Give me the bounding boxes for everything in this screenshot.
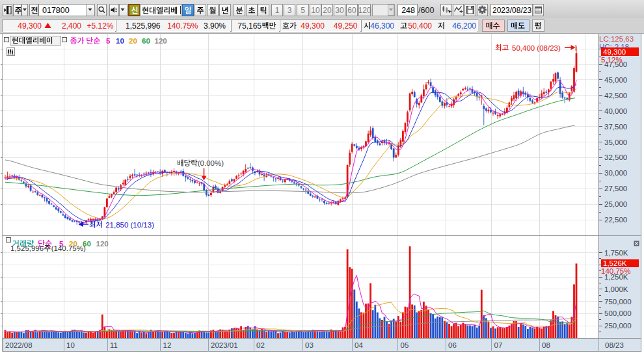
svg-text:46,300: 46,300 bbox=[370, 21, 394, 31]
svg-text:750,000: 750,000 bbox=[604, 298, 632, 306]
svg-text:+5.12%: +5.12% bbox=[87, 21, 113, 31]
svg-text:46,200: 46,200 bbox=[452, 21, 476, 31]
svg-text:5: 5 bbox=[301, 6, 305, 15]
svg-text:05: 05 bbox=[401, 341, 409, 349]
svg-text:5: 5 bbox=[106, 37, 111, 45]
svg-text:04: 04 bbox=[355, 341, 363, 349]
svg-text:10: 10 bbox=[116, 37, 124, 45]
svg-text:37,500: 37,500 bbox=[604, 123, 627, 131]
svg-text:02: 02 bbox=[256, 341, 265, 349]
svg-text:27,500: 27,500 bbox=[604, 185, 627, 192]
svg-text:017800: 017800 bbox=[42, 6, 70, 15]
svg-text:3.90%: 3.90% bbox=[204, 21, 226, 31]
svg-text:10: 10 bbox=[66, 341, 75, 349]
svg-text:12: 12 bbox=[163, 341, 172, 349]
svg-text:60: 60 bbox=[347, 6, 356, 15]
svg-text:21,850 (10/13): 21,850 (10/13) bbox=[105, 221, 154, 229]
svg-text:49,300: 49,300 bbox=[301, 21, 325, 31]
svg-text:/600: /600 bbox=[418, 6, 434, 15]
svg-text:45,000: 45,000 bbox=[604, 76, 627, 84]
svg-text:1,000K: 1,000K bbox=[604, 285, 628, 293]
svg-text:1,525,996: 1,525,996 bbox=[126, 21, 161, 31]
svg-text:LC:125,63: LC:125,63 bbox=[599, 35, 634, 43]
svg-text:07: 07 bbox=[494, 341, 503, 349]
svg-text:20: 20 bbox=[323, 6, 332, 15]
svg-text:140.75%: 140.75% bbox=[167, 21, 198, 31]
svg-text:120: 120 bbox=[96, 240, 109, 248]
svg-text:06: 06 bbox=[448, 341, 457, 349]
svg-text:49,300: 49,300 bbox=[603, 48, 626, 56]
svg-text:1,526K: 1,526K bbox=[603, 259, 627, 267]
svg-text:32,500: 32,500 bbox=[604, 153, 627, 161]
svg-text:1: 1 bbox=[275, 6, 280, 15]
svg-text:35,000: 35,000 bbox=[604, 138, 627, 146]
svg-text:11: 11 bbox=[110, 341, 118, 349]
svg-text:20: 20 bbox=[129, 37, 137, 45]
svg-text:5,12%: 5,12% bbox=[601, 56, 623, 64]
svg-text:08/23: 08/23 bbox=[605, 341, 624, 349]
svg-text:1,525,996: 1,525,996 bbox=[10, 244, 44, 252]
svg-text:10: 10 bbox=[311, 6, 320, 15]
svg-text:08: 08 bbox=[542, 341, 550, 349]
svg-text:40,000: 40,000 bbox=[604, 107, 627, 115]
svg-text:248: 248 bbox=[401, 6, 415, 15]
svg-text:3: 3 bbox=[288, 6, 292, 15]
svg-text:(140.75%): (140.75%) bbox=[51, 244, 86, 252]
svg-text:25,000: 25,000 bbox=[604, 200, 627, 208]
svg-text:22,500: 22,500 bbox=[604, 216, 627, 224]
svg-text:120: 120 bbox=[155, 37, 167, 45]
svg-text:30: 30 bbox=[335, 6, 344, 15]
svg-text:49,250: 49,250 bbox=[334, 21, 358, 31]
svg-text:1,750K: 1,750K bbox=[604, 249, 628, 257]
svg-text:250,000: 250,000 bbox=[604, 322, 632, 330]
svg-text:50,400: 50,400 bbox=[408, 21, 432, 31]
svg-text:49,300: 49,300 bbox=[18, 21, 42, 31]
svg-text:2023/01: 2023/01 bbox=[211, 341, 238, 349]
svg-text:(0.00%): (0.00%) bbox=[198, 159, 224, 167]
svg-text:140,75%: 140,75% bbox=[601, 267, 630, 275]
svg-text:2023/08/23: 2023/08/23 bbox=[492, 6, 531, 15]
svg-text:120: 120 bbox=[358, 6, 371, 15]
svg-text:2,400: 2,400 bbox=[62, 21, 81, 31]
svg-text:42,500: 42,500 bbox=[604, 92, 627, 99]
svg-text:2022/08: 2022/08 bbox=[5, 341, 33, 349]
svg-text:60: 60 bbox=[142, 37, 150, 45]
svg-text:75,165: 75,165 bbox=[237, 21, 262, 31]
svg-text:500,000: 500,000 bbox=[604, 309, 632, 317]
svg-text:30,000: 30,000 bbox=[604, 169, 627, 177]
svg-text:03: 03 bbox=[305, 341, 314, 349]
svg-text:50,400 (08/23): 50,400 (08/23) bbox=[512, 44, 561, 52]
